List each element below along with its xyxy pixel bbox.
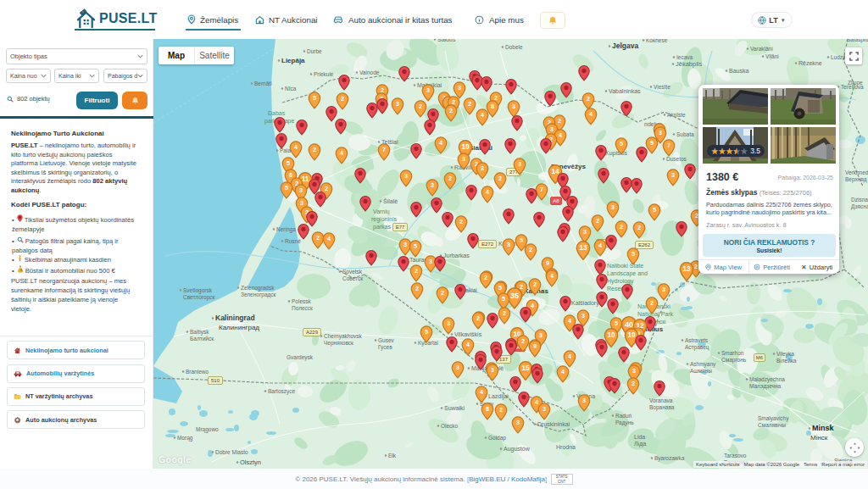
svg-text:3: 3 [581,313,585,320]
svg-text:3: 3 [550,126,554,133]
svg-text:Hydrology: Hydrology [607,278,634,285]
svg-text:Vaiņode: Vaiņode [359,69,380,76]
svg-text:Lida: Lida [634,434,645,440]
svg-text:Ełk: Ełk [388,453,397,458]
svg-text:Šilalė: Šilalė [383,197,398,204]
svg-text:Радунь: Радунь [615,420,634,426]
svg-text:3: 3 [659,130,662,136]
svg-text:A229: A229 [306,330,319,335]
svg-text:E272: E272 [481,242,494,247]
svg-text:Terehova: Terehova [841,84,864,90]
svg-text:3: 3 [462,156,465,163]
svg-text:2: 2 [503,310,506,317]
svg-text:Светлогорск: Светлогорск [183,294,214,301]
svg-text:Ліда: Ліда [634,441,646,447]
svg-text:Полесск: Полесск [292,305,313,311]
svg-text:Dzisna: Dzisna [851,197,868,203]
svg-text:Hrodna: Hrodna [556,444,576,450]
svg-text:5: 5 [632,251,635,258]
svg-text:3: 3 [542,406,546,413]
svg-text:2: 2 [441,290,444,297]
svg-text:Svetlogorsk: Svetlogorsk [183,287,213,294]
svg-text:Dabas: Dabas [268,110,286,116]
svg-text:2: 2 [650,300,654,307]
svg-text:13: 13 [579,244,587,252]
svg-text:2: 2 [484,275,487,281]
svg-text:2: 2 [499,407,503,414]
svg-text:15: 15 [521,364,530,372]
svg-text:Koknese: Koknese [646,39,668,43]
svg-text:2: 2 [498,175,502,182]
svg-text:4: 4 [559,132,562,139]
svg-text:5: 5 [498,285,502,292]
svg-text:3: 3 [518,161,521,168]
svg-text:2: 2 [476,315,480,322]
svg-text:510: 510 [211,378,220,383]
svg-text:4: 4 [481,112,484,119]
svg-text:Verkhned: Verkhned [845,169,868,175]
svg-text:3: 3 [611,204,615,211]
svg-text:Olsztyn: Olsztyn [240,458,261,466]
svg-text:Смалявічы: Смалявічы [758,422,786,428]
svg-text:Bernāti: Bernāti [254,81,272,86]
svg-text:4: 4 [486,189,489,196]
svg-text:Rēzekne: Rēzekne [798,60,822,66]
svg-text:10: 10 [607,331,615,339]
svg-text:Chernyakhovsk: Chernyakhovsk [324,333,363,340]
svg-text:National Park: National Park [637,311,674,317]
svg-text:3: 3 [458,85,461,92]
svg-text:Tarasovo: Tarasovo [724,453,747,458]
svg-text:4: 4 [561,369,565,375]
svg-text:4: 4 [531,303,534,309]
svg-text:5: 5 [653,207,656,214]
svg-text:Bartoszyce: Bartoszyce [268,388,296,395]
svg-text:3: 3 [299,187,303,194]
svg-text:Nīca: Nīca [285,86,297,92]
svg-text:4: 4 [550,273,554,280]
svg-text:Olecko: Olecko [441,423,459,429]
svg-text:3: 3 [456,364,459,371]
svg-text:3: 3 [583,229,587,236]
svg-text:Верхняд: Верхняд [845,176,867,183]
svg-text:Mrągowo: Mrągowo [196,426,219,433]
svg-text:2: 2 [596,218,599,225]
svg-text:Jelgava: Jelgava [612,42,638,50]
svg-text:Maladzyechna: Maladzyechna [749,376,785,383]
svg-text:3: 3 [300,200,303,207]
svg-text:Дзясна: Дзясна [851,203,868,210]
svg-text:Kaliningrad: Kaliningrad [215,314,255,322]
svg-text:Bauska: Bauska [729,68,748,74]
svg-text:3: 3 [662,286,665,293]
svg-text:Viļāni: Viļāni [765,53,779,60]
svg-text:5: 5 [414,243,417,250]
svg-text:4: 4 [568,353,571,360]
svg-text:3: 3 [582,397,586,404]
svg-text:A8: A8 [553,198,559,203]
svg-text:3: 3 [481,165,484,172]
svg-text:8: 8 [491,103,494,110]
svg-text:2: 2 [415,286,419,292]
svg-text:Liepāja: Liepāja [281,57,305,64]
svg-text:4: 4 [480,389,483,396]
svg-text:10: 10 [461,143,470,151]
svg-text:5: 5 [287,160,290,167]
svg-text:Dusetos: Dusetos [666,156,687,162]
svg-text:4: 4 [340,150,343,157]
svg-text:3: 3 [512,103,515,110]
svg-text:2: 2 [313,147,316,153]
svg-text:3: 3 [516,420,520,426]
svg-text:Neringa: Neringa [276,226,296,233]
svg-text:2: 2 [587,96,590,103]
svg-text:Jurbarkas: Jurbarkas [443,253,470,258]
svg-text:3: 3 [632,368,636,375]
svg-text:Смаргонь: Смаргонь [721,357,747,364]
svg-text:Polessk: Polessk [292,298,312,304]
svg-text:2: 2 [419,103,422,110]
svg-text:2: 2 [316,235,320,242]
svg-text:Черняховск: Черняховск [324,340,353,347]
svg-text:Viesīte: Viesīte [654,84,670,90]
svg-text:3: 3 [429,258,432,265]
svg-text:6: 6 [289,172,292,179]
svg-text:Маладзечна: Маладзечна [749,383,782,390]
svg-text:Baltiysk: Baltiysk [190,329,209,336]
